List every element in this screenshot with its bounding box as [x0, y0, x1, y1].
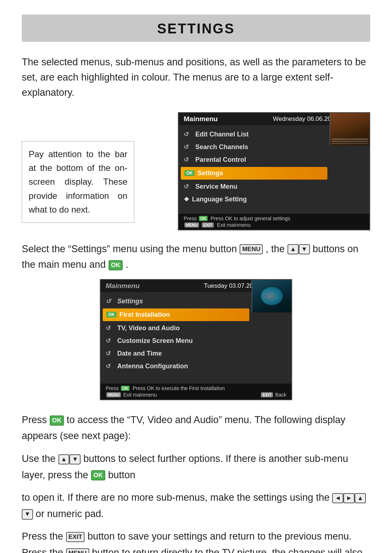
arrow-icon: ↺ [106, 362, 114, 370]
page-title-bar: SETTINGS [22, 15, 370, 42]
arrow-icon: ↺ [184, 183, 192, 191]
page-title: SETTINGS [22, 21, 370, 37]
exit-button-badge2: EXIT [261, 392, 273, 397]
ok-button-badge: OK [199, 216, 208, 221]
menu1-item-label: Search Channels [195, 143, 248, 151]
menu2-item-label: First Installation [119, 311, 170, 319]
ok-button-badge2: OK [121, 386, 130, 391]
menu1-title: Mainmenu [184, 115, 218, 123]
arrow-icon: ↺ [106, 298, 114, 305]
exit-inline: EXIT [66, 532, 85, 542]
arrow-icon: ↺ [106, 324, 114, 332]
right-inline: ► [343, 493, 355, 503]
menu1-item-label: Parental Control [195, 156, 246, 164]
menu1-item-label: Language Setting [192, 196, 247, 203]
ok-inline3: OK [91, 470, 106, 480]
down-inline2: ▼ [69, 454, 81, 464]
menu2-item-customize: ↺ Customize Screen Menu [101, 335, 252, 347]
menu1-item-language: ❖ Language Setting [179, 193, 330, 206]
menu1-list: ↺ Edit Channel List ↺ Search Channels ↺ … [179, 125, 330, 206]
menu1-item-edit-channel: ↺ Edit Channel List [179, 128, 330, 141]
menu1-footer-line2: MENU EXIT Exit mainmenu [184, 222, 364, 228]
ok-badge: OK [184, 170, 195, 176]
ok-button-inline2: OK [50, 415, 64, 426]
menu1-item-settings: OK Settings [181, 167, 327, 180]
select-instruction: Select the “Settings” menu using the men… [22, 241, 370, 273]
menu2-thumbnail [252, 280, 291, 312]
menu2-item-label: Date and Time [117, 350, 162, 357]
press-ok-paragraph: Press OK to access the “TV, Video and Au… [22, 412, 370, 444]
menu2-item-label: TV, Video and Audio [117, 324, 180, 332]
arrow-icon: ↺ [184, 143, 192, 151]
menu1-item-label: Edit Channel List [195, 131, 249, 138]
menu2-item-label: Customize Screen Menu [117, 337, 193, 345]
menu2-screenshot: Mainmenu Tuesday 03.07.2007 ⌚ 13 26 ↺ Se… [100, 279, 292, 400]
arrow-icon: ↺ [184, 156, 192, 164]
menu1-item-label: Service Menu [195, 183, 237, 191]
menu2-title: Mainmenu [106, 282, 140, 290]
menu-button-inline: MENU [240, 244, 263, 254]
menu1-screenshot: Mainmenu Wednesday 06.06.2007 ⌚ 15:48 ↺ … [178, 112, 370, 230]
menu1-footer-line1: Press OK Press OK to adjust general sett… [184, 216, 364, 221]
menu2-item-antenna: ↺ Antenna Configuration [101, 360, 252, 373]
up-inline3: ▲ [355, 493, 366, 503]
side-note: Pay attention to the bar at the bottom o… [22, 141, 134, 223]
use-buttons-paragraph2: to open it. If there are no more sub-men… [22, 489, 370, 522]
arrow-icon: ↺ [106, 350, 114, 357]
menu-button-badge: MENU [184, 222, 199, 228]
menu-button-badge2: MENU [106, 392, 121, 397]
menu1-footer: Press OK Press OK to adjust general sett… [179, 214, 369, 230]
ok-button-inline: OK [109, 260, 123, 270]
up-inline2: ▲ [58, 454, 70, 464]
menu2-item-first-install: OK First Installation [103, 308, 249, 321]
menu2-item-settings: ↺ Settings [101, 295, 252, 308]
use-buttons-paragraph: Use the ▲▼ buttons to select further opt… [22, 451, 370, 483]
menu1-item-search-channels: ↺ Search Channels [179, 141, 330, 153]
menu1-item-label: Settings [197, 169, 223, 177]
menu2-footer: Press OK Press OK to execute the First I… [101, 384, 291, 400]
up-arrow-inline: ▲ [287, 244, 299, 254]
ok-badge: OK [106, 312, 117, 318]
menu1-item-parental: ↺ Parental Control [179, 153, 330, 166]
menu2-footer-line2: MENU Exit mainmenu EXIT Back [106, 392, 286, 398]
menu2-item-label: Antenna Configuration [117, 362, 188, 370]
exit-button-badge: EXIT [202, 222, 213, 228]
menu2-list: ↺ Settings OK First Installation ↺ TV, V… [101, 292, 252, 373]
intro-paragraph: The selected menus, sub-menus and positi… [22, 55, 370, 101]
down-arrow-inline: ▼ [299, 244, 310, 254]
menu2-item-date-time: ↺ Date and Time [101, 347, 252, 360]
menu1-thumbnail [330, 113, 369, 146]
left-inline: ◄ [332, 493, 343, 503]
menu1-item-service-menu: ↺ Service Menu [179, 180, 330, 193]
menu2-item-label: Settings [117, 298, 143, 305]
menu-inline: MENU [66, 548, 89, 553]
arrow-icon: ↺ [106, 337, 114, 345]
flag-icon: ❖ [184, 196, 189, 203]
menu2-item-tv-video: ↺ TV, Video and Audio [101, 322, 252, 335]
arrow-icon: ↺ [184, 131, 192, 138]
menu2-footer-line1: Press OK Press OK to execute the First I… [106, 385, 286, 391]
press-exit-paragraph: Press the EXIT button to save your setti… [22, 528, 370, 553]
screenshot-row-2: Mainmenu Tuesday 03.07.2007 ⌚ 13 26 ↺ Se… [22, 279, 370, 400]
screenshot-row-1: Pay attention to the bar at the bottom o… [22, 112, 370, 230]
down-inline3: ▼ [22, 509, 33, 519]
